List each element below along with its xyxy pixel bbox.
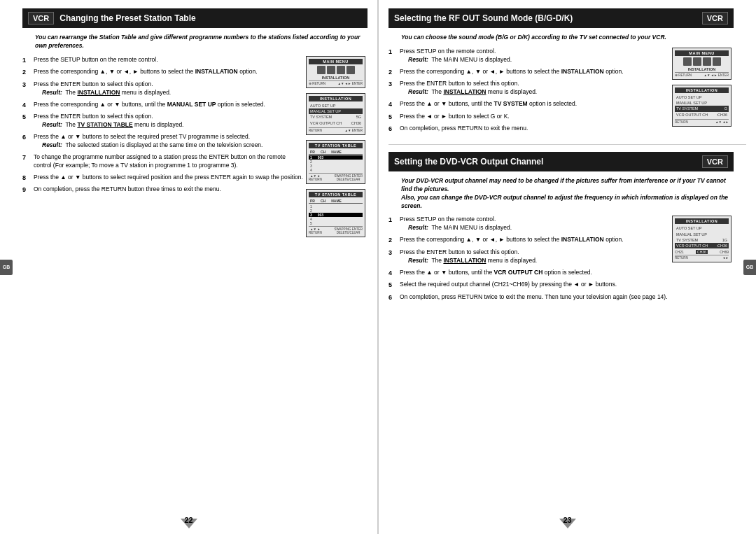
r1-step-5-num: 5 <box>388 113 397 122</box>
step-7-num: 7 <box>22 153 31 162</box>
left-intro-text: You can rearrange the Station Table and … <box>22 34 368 50</box>
r1-step-6: 6 On completion, press RETURN to exit th… <box>388 125 669 134</box>
right-section1-content: 1 Press SETUP on the remote control. Res… <box>388 48 734 137</box>
vcr-output-r2: VCR OUTPUT CH:CH36 <box>675 243 729 248</box>
auto-setup-r2: AUTO SET UP <box>675 225 729 231</box>
vcr-tag-right-1: VCR <box>702 12 728 24</box>
auto-setup-item: AUTO SET UP <box>309 103 363 108</box>
r2-step-6: 6 On completion, press RETURN twice to e… <box>388 293 669 302</box>
right-section1-title: Selecting the RF OUT Sound Mode (B/G-D/K… <box>394 13 696 23</box>
step-1-num: 1 <box>22 56 31 65</box>
left-content-area: 1 Press the SETUP button on the remote c… <box>22 56 368 239</box>
r1-step-4-text: Press the ▲ or ▼ buttons, until the TV S… <box>400 100 669 108</box>
step-2: 2 Press the corresponding ▲, ▼ or ◄, ► b… <box>22 68 303 77</box>
gb-badge-left: GB <box>0 260 13 275</box>
step-6-text: Press the ▲ or ▼ buttons to select the r… <box>34 133 303 150</box>
r1-step-1-text: Press SETUP on the remote control. Resul… <box>400 48 669 64</box>
r1-step-3: 3 Press the ENTER button to select this … <box>388 80 669 97</box>
step-7: 7 To change the programme number assigne… <box>22 153 303 170</box>
right-section1-header: Selecting the RF OUT Sound Mode (B/G-D/K… <box>388 8 734 28</box>
r2-step-3-num: 3 <box>388 248 397 258</box>
r1-step-4: 4 Press the ▲ or ▼ buttons, until the TV… <box>388 100 669 109</box>
installation-title-right-1: INSTALLATION <box>675 87 729 93</box>
r2-step-3-text: Press the ENTER button to select this op… <box>400 248 669 265</box>
vcr-tag-right-2: VCR <box>702 155 728 168</box>
step-9-num: 9 <box>22 185 31 195</box>
screen-installation-right-2: INSTALLATION AUTO SET UP MANUAL SET UP T… <box>672 216 732 262</box>
screen-tv-station-1: TV STATION TABLE PRCHNAME 1003 2 3 <box>306 140 365 184</box>
left-section-header: VCR Changing the Preset Station Table <box>22 8 368 28</box>
tv-station-title-2: TV STATION TABLE <box>309 192 363 197</box>
tv-system-item-left: TV SYSTEM5G <box>309 114 363 120</box>
r2-step-3: 3 Press the ENTER button to select this … <box>388 248 669 265</box>
step-5: 5 Press the ENTER button to select this … <box>22 113 303 129</box>
r2-step-2: 2 Press the corresponding ▲, ▼ or ◄, ► b… <box>388 236 669 245</box>
step-4: 4 Press the corresponding ▲ or ▼ buttons… <box>22 101 303 110</box>
step-6: 6 Press the ▲ or ▼ buttons to select the… <box>22 133 303 150</box>
section-divider <box>388 144 746 145</box>
left-screenshots-col: MAIN MENU INSTALLATION ⊕ RETURN ▲▼ ◄► EN… <box>306 56 368 239</box>
installation-title-left: INSTALLATION <box>309 96 363 101</box>
left-section-title: Changing the Preset Station Table <box>59 13 362 23</box>
r1-step-5-text: Press the ◄ or ► button to select G or K… <box>400 113 669 121</box>
screen-installation-left: INSTALLATION AUTO SET UP MANUAL SET UP T… <box>306 93 365 135</box>
step-4-text: Press the corresponding ▲ or ▼ buttons, … <box>34 101 303 109</box>
step-2-num: 2 <box>22 68 31 77</box>
r2-step-4-num: 4 <box>388 269 397 278</box>
right-section2-intro2: Also, you can change the DVD-VCR output … <box>401 194 728 209</box>
screen-tv-station-2: TV STATION TABLE PRCHNAME 1 2 3003 <box>306 189 365 237</box>
installation-title-right-2: INSTALLATION <box>675 218 729 224</box>
r2-step-2-num: 2 <box>388 236 397 245</box>
r2-step-5-num: 5 <box>388 281 397 290</box>
tv-station-title-1: TV STATION TABLE <box>309 143 363 148</box>
left-page: GB VCR Changing the Preset Station Table… <box>0 0 378 534</box>
manual-setup-item: MANUAL SET UP <box>309 108 363 114</box>
vcr-output-r1: VCR OUTPUT CH:CH36 <box>675 112 729 118</box>
installation-menu-right-2: AUTO SET UP MANUAL SET UP TV SYSTEM1G VC… <box>675 225 729 248</box>
r2-step-6-text: On completion, press RETURN twice to exi… <box>400 293 669 302</box>
right-section2-content: 1 Press SETUP on the remote control. Res… <box>388 216 734 305</box>
r1-step-1: 1 Press SETUP on the remote control. Res… <box>388 48 669 64</box>
main-menu-title-left: MAIN MENU <box>309 59 363 64</box>
tv-system-r2: TV SYSTEM1G <box>675 237 729 243</box>
screen-main-menu-left: MAIN MENU INSTALLATION ⊕ RETURN ▲▼ ◄► EN… <box>306 56 365 88</box>
r2-step-2-text: Press the corresponding ▲, ▼ or ◄, ► but… <box>400 236 669 244</box>
step-1-text: Press the SETUP button on the remote con… <box>34 56 303 64</box>
right-section2-header: Setting the DVD-VCR Output Channel VCR <box>388 152 734 171</box>
step-9: 9 On completion, press the RETURN button… <box>22 185 303 195</box>
r1-step-5: 5 Press the ◄ or ► button to select G or… <box>388 113 669 122</box>
step-8-num: 8 <box>22 174 31 183</box>
installation-menu-right-1: AUTO SET UP MANUAL SET UP TV SYSTEMG VCR… <box>675 94 729 118</box>
r1-step-6-num: 6 <box>388 125 397 134</box>
installation-menu-left: AUTO SET UP MANUAL SET UP TV SYSTEM5G VC… <box>309 103 363 126</box>
main-menu-title-right: MAIN MENU <box>675 50 729 56</box>
r2-step-1-text: Press SETUP on the remote control. Resul… <box>400 216 669 232</box>
screen-installation-right-1: INSTALLATION AUTO SET UP MANUAL SET UP T… <box>672 85 732 127</box>
r2-step-1: 1 Press SETUP on the remote control. Res… <box>388 216 669 232</box>
step-4-num: 4 <box>22 101 31 110</box>
page-number-left: 22 <box>184 516 192 524</box>
r1-step-2-text: Press the corresponding ▲, ▼ or ◄, ► but… <box>400 68 669 76</box>
step-3: 3 Press the ENTER button to select this … <box>22 80 303 97</box>
r2-step-4-text: Press the ▲ or ▼ buttons, until the VCR … <box>400 269 669 277</box>
right-section2: Setting the DVD-VCR Output Channel VCR Y… <box>388 152 734 306</box>
step-7-text: To change the programme number assigned … <box>34 153 303 170</box>
r1-step-3-text: Press the ENTER button to select this op… <box>400 80 669 97</box>
tv-system-r1: TV SYSTEMG <box>675 106 729 111</box>
r1-step-3-num: 3 <box>388 80 397 89</box>
vcr-output-item-left: VCR OUTPUT CH:CH36 <box>309 120 363 126</box>
r1-step-2: 2 Press the corresponding ▲, ▼ or ◄, ► b… <box>388 68 669 77</box>
step-5-text: Press the ENTER button to select this op… <box>34 113 303 129</box>
r2-step-6-num: 6 <box>388 293 397 302</box>
right-section1-screenshots: MAIN MENU INSTALLATION ⊕ RETURN ▲▼ ◄► EN… <box>672 48 734 137</box>
gb-badge-right: GB <box>743 260 756 275</box>
right-section1-intro: You can choose the sound mode (B/G or D/… <box>388 34 734 42</box>
r1-step-6-text: On completion, press RETURN to exit the … <box>400 125 669 133</box>
r2-step-5: 5 Select the required output channel (CH… <box>388 281 669 290</box>
manual-setup-r1: MANUAL SET UP <box>675 100 729 106</box>
manual-setup-r2: MANUAL SET UP <box>675 232 729 237</box>
page-number-right: 23 <box>563 516 571 524</box>
r1-step-2-num: 2 <box>388 68 397 77</box>
right-section1-steps: 1 Press SETUP on the remote control. Res… <box>388 48 669 137</box>
step-2-text: Press the corresponding ▲, ▼ or ◄, ► but… <box>34 68 303 76</box>
